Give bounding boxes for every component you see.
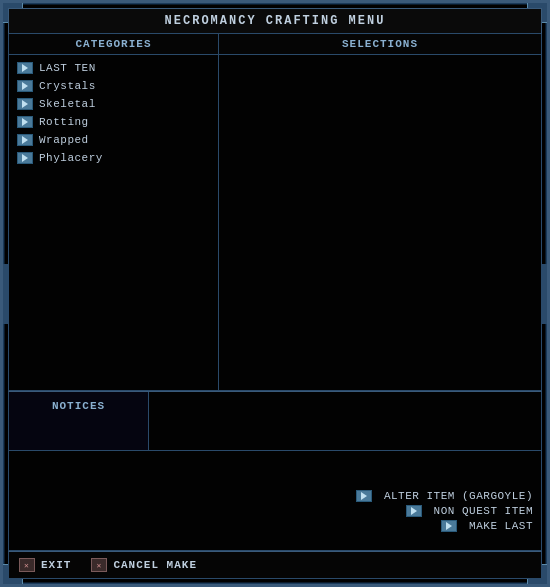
arrow-icon bbox=[17, 98, 33, 110]
action-label: ALTER ITEM (GARGOYLE) bbox=[384, 490, 533, 502]
bottom-bar: EXIT CANCEL MAKE bbox=[8, 551, 542, 579]
categories-header: CATEGORIES bbox=[9, 34, 219, 54]
action-buttons: ALTER ITEM (GARGOYLE) NON QUEST ITEM MAK… bbox=[17, 490, 533, 532]
category-item-crystals[interactable]: Crystals bbox=[9, 77, 218, 95]
cancel-icon bbox=[91, 558, 107, 572]
notices-content bbox=[149, 392, 541, 450]
action-icon bbox=[406, 505, 422, 517]
content-area: NECROMANCY CRAFTING MENU CATEGORIES SELE… bbox=[8, 8, 542, 579]
category-label: Rotting bbox=[39, 116, 89, 128]
category-label: LAST TEN bbox=[39, 62, 96, 74]
title-text: NECROMANCY CRAFTING MENU bbox=[165, 14, 386, 28]
category-icon bbox=[17, 152, 33, 164]
arrow-icon bbox=[356, 490, 372, 502]
arrow-icon bbox=[406, 505, 422, 517]
action-label: NON QUEST ITEM bbox=[434, 505, 533, 517]
arrow-icon bbox=[17, 152, 33, 164]
arrow-icon bbox=[17, 80, 33, 92]
category-icon bbox=[17, 62, 33, 74]
category-icon bbox=[17, 116, 33, 128]
category-label: Phylacery bbox=[39, 152, 103, 164]
exit-button[interactable]: EXIT bbox=[19, 558, 71, 572]
category-item-wrapped[interactable]: Wrapped bbox=[9, 131, 218, 149]
category-item-phylacery[interactable]: Phylacery bbox=[9, 149, 218, 167]
main-panel: LAST TEN Crystals Skeletal bbox=[8, 55, 542, 391]
notices-tab-label: NOTICES bbox=[52, 400, 105, 412]
category-item-rotting[interactable]: Rotting bbox=[9, 113, 218, 131]
exit-icon bbox=[19, 558, 35, 572]
category-icon bbox=[17, 98, 33, 110]
categories-panel: LAST TEN Crystals Skeletal bbox=[9, 55, 219, 390]
category-icon bbox=[17, 134, 33, 146]
category-icon bbox=[17, 80, 33, 92]
column-headers: CATEGORIES SELECTIONS bbox=[8, 34, 542, 55]
category-item-last-ten[interactable]: LAST TEN bbox=[9, 59, 218, 77]
action-icon bbox=[441, 520, 457, 532]
exit-label: EXIT bbox=[41, 559, 71, 571]
selections-panel bbox=[219, 55, 541, 390]
category-item-skeletal[interactable]: Skeletal bbox=[9, 95, 218, 113]
selections-header: SELECTIONS bbox=[219, 34, 541, 54]
action-icon bbox=[356, 490, 372, 502]
main-window: NECROMANCY CRAFTING MENU CATEGORIES SELE… bbox=[0, 0, 550, 587]
action-label: MAKE LAST bbox=[469, 520, 533, 532]
alter-item-button[interactable]: ALTER ITEM (GARGOYLE) bbox=[356, 490, 533, 502]
notices-tab[interactable]: NOTICES bbox=[9, 392, 149, 450]
cancel-label: CANCEL MAKE bbox=[113, 559, 197, 571]
arrow-icon bbox=[17, 116, 33, 128]
arrow-icon bbox=[17, 62, 33, 74]
cancel-make-button[interactable]: CANCEL MAKE bbox=[91, 558, 197, 572]
category-label: Skeletal bbox=[39, 98, 96, 110]
arrow-icon bbox=[17, 134, 33, 146]
make-last-button[interactable]: MAKE LAST bbox=[441, 520, 533, 532]
actions-area: ALTER ITEM (GARGOYLE) NON QUEST ITEM MAK… bbox=[8, 451, 542, 551]
category-label: Wrapped bbox=[39, 134, 89, 146]
category-label: Crystals bbox=[39, 80, 96, 92]
notices-area: NOTICES bbox=[8, 391, 542, 451]
non-quest-item-button[interactable]: NON QUEST ITEM bbox=[406, 505, 533, 517]
arrow-icon bbox=[441, 520, 457, 532]
window-title: NECROMANCY CRAFTING MENU bbox=[8, 8, 542, 34]
